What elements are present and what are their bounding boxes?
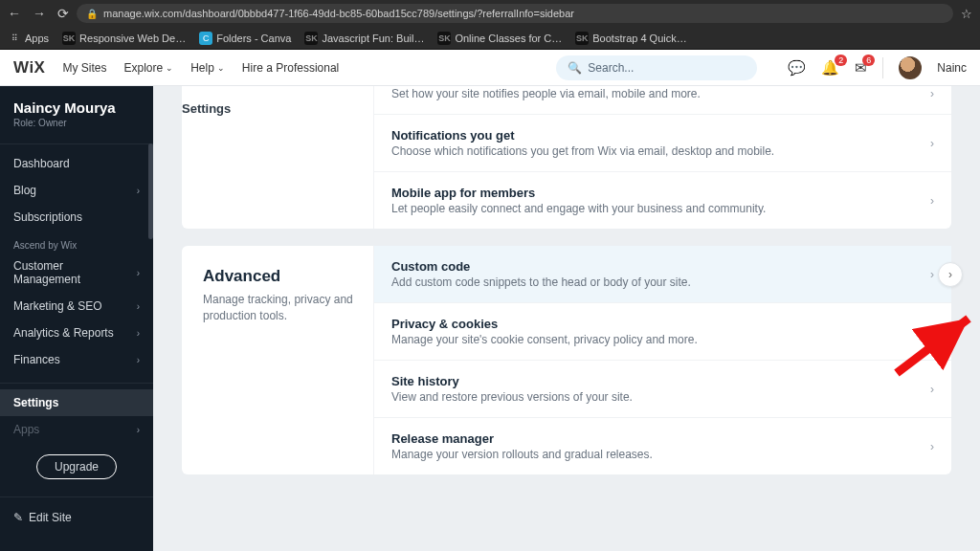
chevron-right-icon: › [137, 268, 140, 278]
settings-panel-communications: Set how your site notifies people via em… [182, 86, 951, 229]
favicon: SK [575, 32, 589, 45]
upgrade-button[interactable]: Upgrade [36, 454, 117, 479]
edit-site-button[interactable]: ✎Edit Site [0, 503, 153, 532]
username[interactable]: Nainc [937, 61, 967, 75]
bell-icon[interactable]: 🔔2 [821, 60, 839, 75]
bookmark-item[interactable]: SKOnline Classes for C… [437, 32, 562, 45]
nav-help[interactable]: Help⌄ [190, 61, 225, 75]
chevron-right-icon: › [930, 194, 934, 208]
content-area: Settings Set how your site notifies peop… [153, 86, 980, 551]
bookmarks-bar: ⠿Apps SKResponsive Web De… CFolders - Ca… [0, 27, 980, 50]
chevron-right-icon: › [137, 301, 140, 312]
bookmark-item[interactable]: CFolders - Canva [199, 32, 291, 45]
chevron-right-icon: › [930, 325, 934, 339]
bookmark-item[interactable]: SKJavascript Fun: Buil… [304, 32, 424, 45]
panel-description: Manage tracking, privacy and production … [203, 292, 358, 324]
bookmark-item[interactable]: SKBootstrap 4 Quick… [575, 32, 686, 45]
chevron-right-icon: › [930, 383, 934, 396]
settings-row-mobile-app[interactable]: Mobile app for members Let people easily… [374, 171, 951, 229]
chevron-right-icon: › [137, 355, 140, 365]
panel-title: Advanced [203, 267, 358, 286]
search-input[interactable]: 🔍 Search... [556, 55, 757, 80]
favicon: SK [304, 32, 318, 45]
bookmark-item[interactable]: SKResponsive Web De… [62, 32, 186, 45]
divider [0, 143, 153, 144]
divider [0, 383, 153, 384]
sidebar-item-subscriptions[interactable]: Subscriptions [0, 204, 153, 231]
sidebar: Naincy Mourya Role: Owner Dashboard Blog… [0, 86, 153, 551]
inbox-icon[interactable]: ✉6 [855, 60, 867, 75]
chat-icon[interactable]: 💬 [788, 60, 806, 75]
search-placeholder: Search... [588, 61, 634, 75]
search-icon: 🔍 [568, 61, 582, 75]
apps-icon: ⠿ [8, 32, 21, 45]
settings-row[interactable]: Set how your site notifies people via em… [374, 86, 951, 114]
user-role: Role: Owner [13, 118, 140, 128]
chevron-right-icon: › [930, 440, 934, 453]
chevron-right-icon: › [930, 87, 934, 100]
sidebar-item-dashboard[interactable]: Dashboard [0, 150, 153, 177]
divider [0, 496, 153, 497]
chevron-down-icon: ⌄ [166, 63, 173, 73]
lock-icon: 🔒 [86, 9, 98, 19]
chevron-right-icon: › [137, 425, 140, 435]
nav-my-sites[interactable]: My Sites [62, 61, 106, 75]
forward-icon[interactable]: → [33, 6, 46, 21]
back-icon[interactable]: ← [8, 6, 21, 21]
badge: 2 [835, 55, 847, 66]
sidebar-item-settings[interactable]: Settings [0, 389, 153, 416]
browser-toolbar: ← → ⟳ 🔒 manage.wix.com/dashboard/0bbbd47… [0, 0, 980, 27]
settings-row-site-history[interactable]: Site history View and restore previous v… [374, 360, 951, 417]
pencil-icon: ✎ [13, 511, 23, 524]
address-bar[interactable]: 🔒 manage.wix.com/dashboard/0bbbd477-1f66… [77, 4, 953, 23]
divider [882, 57, 883, 78]
chevron-right-icon: › [137, 328, 140, 339]
sidebar-item-blog[interactable]: Blog› [0, 177, 153, 204]
sidebar-item-analytics-reports[interactable]: Analytics & Reports› [0, 320, 153, 346]
favicon: C [199, 32, 212, 45]
open-custom-code-button[interactable]: › [938, 262, 963, 287]
avatar[interactable] [899, 56, 922, 79]
settings-row-privacy-cookies[interactable]: Privacy & cookies Manage your site's coo… [374, 302, 951, 360]
url-text: manage.wix.com/dashboard/0bbbd477-1f66-4… [103, 8, 574, 19]
bookmark-apps[interactable]: ⠿Apps [8, 32, 49, 45]
badge: 6 [862, 55, 875, 66]
sidebar-item-customer-management[interactable]: Customer Management› [0, 253, 153, 293]
settings-row-notifications-you-get[interactable]: Notifications you get Choose which notif… [374, 114, 951, 171]
wix-logo[interactable]: WiX [13, 58, 45, 77]
settings-row-release-manager[interactable]: Release manager Manage your version roll… [374, 417, 951, 474]
chevron-down-icon: ⌄ [217, 63, 225, 73]
settings-panel-advanced: Advanced Manage tracking, privacy and pr… [182, 246, 951, 474]
chevron-right-icon: › [930, 137, 934, 150]
wix-topbar: WiX My Sites Explore⌄ Help⌄ Hire a Profe… [0, 50, 980, 86]
sidebar-item-finances[interactable]: Finances› [0, 346, 153, 373]
favicon: SK [62, 32, 76, 45]
nav-explore[interactable]: Explore⌄ [123, 61, 173, 75]
chevron-right-icon: › [137, 186, 140, 196]
bookmark-star-icon[interactable]: ☆ [961, 7, 972, 21]
sidebar-item-marketing-seo[interactable]: Marketing & SEO› [0, 293, 153, 320]
reload-icon[interactable]: ⟳ [57, 6, 69, 21]
favicon: SK [437, 32, 451, 45]
sidebar-section-label: Ascend by Wix [0, 231, 153, 253]
chevron-right-icon: › [930, 268, 934, 281]
sidebar-item-apps[interactable]: Apps› [0, 416, 153, 443]
settings-row-custom-code[interactable]: Custom code Add custom code snippets to … [374, 246, 951, 302]
nav-hire[interactable]: Hire a Professional [242, 61, 339, 75]
site-name: Naincy Mourya [13, 99, 140, 116]
